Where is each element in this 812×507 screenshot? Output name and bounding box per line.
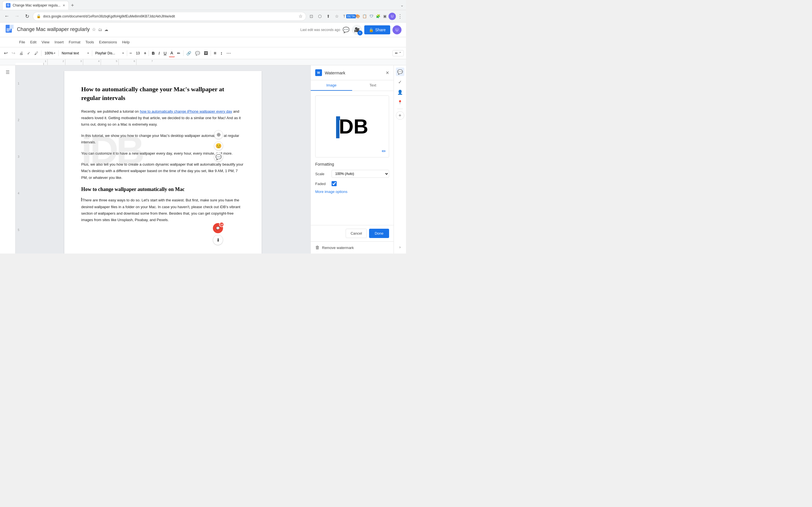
sidebar-toggle[interactable]: ▣ — [382, 13, 388, 19]
line-spacing-button[interactable]: ↕ — [218, 49, 224, 57]
docs-title[interactable]: Change Mac wallpaper regularly — [17, 26, 90, 33]
comment-float-button[interactable]: 💬 — [214, 153, 223, 162]
menu-view[interactable]: View — [39, 39, 52, 45]
font-dropdown[interactable]: Playfair Dis... ▾ — [93, 49, 126, 57]
user-avatar[interactable]: U — [393, 25, 402, 34]
new-tab-button[interactable]: + — [69, 1, 77, 10]
star-icon[interactable]: ☆ — [92, 27, 96, 32]
tab-text[interactable]: Text — [352, 80, 394, 91]
edit-mode-dropdown[interactable]: ✏ ⌃ — [393, 50, 404, 56]
link-button[interactable]: 🔗 — [185, 49, 193, 57]
rs-chat-icon[interactable]: 💬 — [396, 68, 404, 76]
font-size-plus-button[interactable]: + — [143, 50, 147, 56]
done-button[interactable]: Done — [369, 229, 389, 238]
address-bar[interactable]: 🔒 docs.google.com/document/d/1eRsm38zbqK… — [33, 12, 306, 21]
comment-button[interactable]: 💬 — [343, 26, 350, 33]
profile-avatar[interactable]: U — [389, 13, 396, 20]
rs-person-icon[interactable]: 👤 — [396, 88, 404, 96]
notification-button[interactable]: 💬 14 — [213, 223, 223, 233]
redo-button[interactable]: ↪ — [10, 49, 17, 57]
menu-insert[interactable]: Insert — [52, 39, 66, 45]
menu-format[interactable]: Format — [66, 39, 83, 45]
rs-expand-icon[interactable]: › — [396, 243, 404, 251]
rs-add-icon[interactable]: + — [396, 111, 404, 120]
download-float-button[interactable]: ⬇ — [213, 235, 223, 245]
doc-heading-2: How to change wallpaper automatically on… — [81, 186, 245, 192]
panel-close-button[interactable]: × — [386, 69, 389, 76]
tab-image[interactable]: Image — [311, 80, 352, 91]
remove-watermark-section[interactable]: 🗑 Remove watermark — [311, 241, 394, 253]
doc-p1-link[interactable]: how to automatically change iPhone wallp… — [140, 109, 232, 114]
bookmark-icon[interactable]: ☆ — [299, 13, 303, 19]
spellcheck-button[interactable]: ✓ — [26, 49, 32, 57]
extension-icon4[interactable]: 🛡 — [368, 13, 374, 19]
text-color-label: A — [170, 51, 173, 55]
active-tab[interactable]: G Change Mac wallpaper regula... × — [2, 1, 69, 10]
print-button[interactable]: 🖨 — [17, 49, 25, 57]
extension-icon1[interactable]: BETA — [348, 13, 354, 19]
refresh-button[interactable]: ↻ — [22, 12, 32, 21]
scale-select[interactable]: 100% (Auto) — [332, 170, 389, 178]
pip-icon[interactable]: ⬡ — [316, 12, 324, 20]
bold-button[interactable]: B — [150, 49, 156, 57]
wm-edit-button[interactable]: ✏ — [382, 148, 386, 154]
rs-tasks-icon[interactable]: ✓ — [396, 78, 404, 86]
menu-file[interactable]: File — [17, 39, 28, 45]
outline-icon[interactable]: ☰ — [3, 68, 12, 76]
rs-separator — [397, 109, 403, 109]
more-options-icon[interactable]: ⋮ — [396, 13, 404, 19]
extension-icon5[interactable]: 🧩 — [375, 13, 381, 19]
menu-edit[interactable]: Edit — [28, 39, 39, 45]
notification-icon: 💬 — [216, 226, 220, 230]
browser-expand-icon: ⌄ — [400, 3, 404, 7]
notification-count: 14 — [220, 223, 223, 226]
back-button[interactable]: ← — [2, 12, 11, 21]
screen-capture-icon[interactable]: ⊡ — [307, 12, 315, 20]
font-size-display[interactable]: 13 — [134, 50, 142, 56]
star-chrome-icon[interactable]: ☆ — [333, 12, 341, 20]
main-layout: ☰ 1 2 3 4 5 6 iDB How to automatically c… — [0, 65, 406, 253]
emoji-float-button[interactable]: 😊 — [214, 142, 223, 151]
more-image-options-link[interactable]: More image options — [315, 189, 389, 194]
share-button[interactable]: 🔒 Share — [364, 25, 390, 34]
menu-help[interactable]: Help — [120, 39, 132, 45]
menu-extensions[interactable]: Extensions — [97, 39, 119, 45]
text-color-button[interactable]: A — [169, 49, 175, 57]
remove-wm-label: Remove watermark — [322, 245, 354, 250]
undo-button[interactable]: ↩ — [2, 49, 9, 57]
menu-tools[interactable]: Tools — [83, 39, 96, 45]
watermark-image-preview: DB ✏ — [315, 96, 389, 158]
meet-button[interactable]: 🎥 + — [352, 25, 362, 35]
forward-button[interactable]: → — [12, 12, 21, 21]
insert-image-button[interactable]: 🖼 — [202, 49, 209, 57]
zoom-dropdown[interactable]: 100% ▾ — [43, 49, 57, 57]
browser-actions: ⊡ ⬡ ⬆ ☆ T BETA 🎨 📋 🛡 🧩 ▣ U ⋮ — [307, 12, 404, 20]
more-toolbar-button[interactable]: ⋯ — [225, 49, 233, 57]
underline-button[interactable]: U — [162, 49, 168, 57]
faded-checkbox[interactable] — [332, 181, 337, 186]
highlight-button[interactable]: ✏ — [175, 49, 182, 57]
add-comment-float-button[interactable]: ⊕ — [214, 130, 223, 139]
format-toolbar: ↩ ↪ 🖨 ✓ 🖊 100% ▾ Normal text ▾ Playfair … — [0, 47, 406, 59]
panel-header: W Watermark × — [311, 65, 394, 80]
paint-format-button[interactable]: 🖊 — [33, 49, 40, 57]
chevron-down-icon: ⌃ — [399, 52, 401, 55]
rs-pin-icon[interactable]: 📍 — [396, 98, 404, 107]
align-button[interactable]: ≡ — [212, 49, 218, 57]
italic-button[interactable]: I — [157, 49, 161, 57]
font-size-minus-button[interactable]: − — [128, 50, 133, 56]
share-chrome-icon[interactable]: ⬆ — [324, 12, 332, 20]
tab-close-icon[interactable]: × — [63, 3, 65, 8]
doc-scroll-area[interactable]: 1 2 3 4 5 6 iDB How to automatically cha… — [15, 65, 310, 253]
page-numbers: 1 2 3 4 5 6 — [18, 71, 19, 253]
wm-edit-pencil-icon: ✏ — [382, 149, 386, 154]
cancel-button[interactable]: Cancel — [346, 229, 366, 238]
folder-icon[interactable]: 🗂 — [98, 27, 102, 32]
style-dropdown[interactable]: Normal text ▾ — [60, 49, 91, 57]
extension-icon3[interactable]: 📋 — [361, 13, 368, 19]
insert-comment-button[interactable]: 💬 — [193, 49, 202, 57]
wm-blue-square — [336, 116, 340, 120]
docs-header: Change Mac wallpaper regularly ☆ 🗂 ☁ Las… — [0, 22, 406, 37]
cloud-icon[interactable]: ☁ — [104, 27, 108, 32]
cursor-indicator — [81, 198, 82, 202]
